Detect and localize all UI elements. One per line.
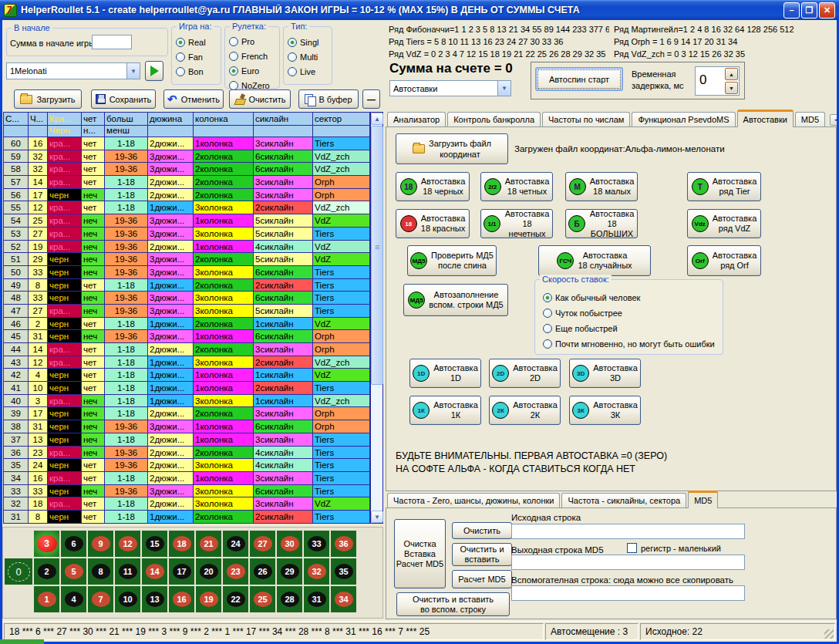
table-row[interactable]: 5129черннеч19-363дюжи...2колонка5сиклайн… (4, 253, 370, 266)
source-string-input[interactable] (511, 524, 745, 539)
autospin-start-button[interactable]: Автоспин старт (535, 67, 623, 91)
out-string-input[interactable] (511, 555, 745, 570)
autobet-3k[interactable]: 3КАвтоставка3К (569, 396, 641, 425)
bets-combobox[interactable]: Автоставки ▼ (389, 80, 511, 96)
autobet-18-even[interactable]: 2/2Автоставка18 четных (480, 172, 553, 201)
resize-grip[interactable] (824, 629, 834, 639)
delay-spinner[interactable]: 0 ▲ ▼ (695, 66, 740, 96)
radio-speed-почти-мгновенно-но-могут-быть-ошибки[interactable]: Почти мгновенно, но могут быть ошибки (543, 336, 715, 351)
table-header-cell[interactable]: Ч... (29, 113, 48, 126)
board-number-21[interactable]: 21 (196, 531, 221, 557)
table-row[interactable]: 4312кра...чет1-181дюжи...3колонка2сиклай… (4, 356, 370, 369)
board-number-1[interactable]: 1 (34, 586, 59, 612)
tab-автоставки[interactable]: Автоставки (737, 110, 794, 127)
autobet-18-red[interactable]: 18Автоставка18 красных (396, 209, 470, 238)
board-number-29[interactable]: 29 (277, 558, 302, 585)
md5-clear-paste-aux-button[interactable]: Очистить и вставитьво вспом. строку (396, 592, 510, 616)
table-row[interactable]: 4414кра...чет1-182дюжи...2колонка3сиклай… (4, 343, 370, 356)
board-number-9[interactable]: 9 (88, 531, 113, 557)
table-header-cell[interactable]: С... (4, 113, 29, 126)
board-number-36[interactable]: 36 (331, 531, 356, 557)
table-row[interactable]: 5219кра...неч19-362дюжи...1колонка4сикла… (4, 241, 370, 254)
table-header-cell[interactable]: колонка (194, 113, 254, 126)
to-buffer-button[interactable]: В буфер (298, 89, 359, 109)
board-number-15[interactable]: 15 (142, 531, 167, 557)
spinner-down-icon[interactable]: ▼ (725, 82, 738, 94)
radio-type-singl[interactable]: Singl (288, 35, 318, 49)
table-row[interactable]: 5932кра...чет19-363дюжи...2колонка6сикла… (4, 150, 370, 164)
play-button[interactable] (145, 61, 163, 81)
board-number-34[interactable]: 34 (331, 586, 356, 612)
board-number-16[interactable]: 16 (169, 586, 194, 612)
table-row[interactable]: 3524чернчет19-362дюжи...3колонка4сиклайн… (4, 459, 370, 472)
autobet-1d[interactable]: 1DАвтоставка1D (409, 359, 481, 388)
table-row[interactable]: 5425кра...неч19-363дюжи...1колонка5сикла… (4, 214, 370, 228)
start-sum-input[interactable] (92, 35, 132, 49)
undo-button[interactable]: ↶ Отменить (163, 89, 224, 109)
md5-clear-paste-button[interactable]: Очистить ивставить (452, 543, 512, 566)
table-row[interactable]: 4110чернчет1-181дюжи...1колонка2сиклайнT… (4, 382, 370, 395)
scroll-down-icon[interactable]: ▼ (371, 511, 383, 523)
table-row[interactable]: 4833черннеч19-363дюжи...3колонка6сиклайн… (4, 292, 370, 305)
radio-roulette-pro[interactable]: Pro (229, 34, 270, 49)
table-header-cell[interactable]: сектор (313, 113, 370, 126)
board-number-12[interactable]: 12 (115, 531, 140, 557)
table-header-cell[interactable]: дюжина (148, 113, 194, 126)
autofill-md5-aux[interactable]: МД5Автозаполнениевспом. строки МД5 (403, 284, 508, 316)
autobet-18-odd[interactable]: 1/1Автоставка18 нечетных (480, 209, 553, 238)
radio-game-bon[interactable]: Bon (176, 64, 206, 79)
table-row[interactable]: 5033черннеч19-363дюжи...3колонка6сиклайн… (4, 266, 370, 279)
board-number-2[interactable]: 2 (34, 558, 59, 585)
table-row[interactable]: 5832кра...чет19-363дюжи...2колонка6сикла… (4, 163, 370, 176)
scrollbar-thumb[interactable] (371, 126, 383, 385)
save-button[interactable]: Сохранить (91, 89, 156, 109)
minimize-button[interactable]: – (783, 2, 800, 19)
tab-функционал-psevdoms[interactable]: Функционал PsevdoMS (632, 112, 735, 127)
clear-paste-calc-button[interactable]: Очистка Вставка Расчет MD5 (394, 519, 446, 588)
board-number-25[interactable]: 25 (250, 586, 275, 612)
table-header-cell[interactable] (254, 126, 313, 137)
table-header-cell[interactable]: менш (105, 126, 148, 137)
board-number-3[interactable]: 3 (34, 531, 59, 557)
table-row[interactable]: 4727кра...неч19-363дюжи...3колонка5сикла… (4, 305, 370, 318)
autobet-orf-row[interactable]: OrfАвтоставкаряд Orf (687, 245, 761, 276)
board-number-14[interactable]: 14 (142, 558, 167, 585)
board-number-17[interactable]: 17 (169, 558, 194, 585)
autobet-18-big[interactable]: БАвтоставка18 БОЛЬШИХ (565, 209, 638, 238)
autobet-18-small[interactable]: МАвтоставка18 малых (565, 172, 638, 201)
checkbox-icon[interactable] (627, 543, 637, 553)
board-number-33[interactable]: 33 (304, 531, 329, 557)
load-button[interactable]: Загрузить (14, 89, 82, 109)
table-row[interactable]: 3917черннеч1-182дюжи...2колонка3сиклайнO… (4, 407, 370, 420)
board-number-18[interactable]: 18 (169, 531, 194, 557)
radio-roulette-french[interactable]: French (229, 49, 270, 63)
table-row[interactable]: 3831черннеч19-363дюжи...1колонка6сиклайн… (4, 420, 370, 433)
board-number-13[interactable]: 13 (142, 586, 167, 612)
tab-частота-zero-шансы-дюжины-колонки[interactable]: Частота - Zero, шансы, дюжины, колонки (387, 493, 560, 508)
register-checkbox[interactable]: регистр - маленький (627, 543, 721, 553)
table-row[interactable]: 403кра...неч1-181дюжи...3колонка1сиклайн… (4, 395, 370, 408)
table-row[interactable]: 3333черннеч19-363дюжи...3колонка6сиклайн… (4, 485, 370, 498)
board-number-11[interactable]: 11 (115, 558, 140, 585)
autobet-vdz-row[interactable]: VdzАвтоставкаряд VdZ (687, 209, 761, 238)
table-row[interactable]: 5512кра...чет1-181дюжи...3колонка2сиклай… (4, 201, 370, 214)
board-number-30[interactable]: 30 (277, 531, 302, 557)
chevron-down-icon[interactable]: ▼ (497, 81, 510, 96)
board-number-22[interactable]: 22 (223, 586, 248, 612)
tab-анализатор[interactable]: Анализатор (387, 112, 446, 127)
board-number-4[interactable]: 4 (61, 586, 86, 612)
table-row[interactable]: 4531черннеч19-363дюжи...1колонка6сиклайн… (4, 330, 370, 343)
table-row[interactable]: 6016кра...чет1-182дюжи...1колонка3сиклай… (4, 137, 370, 150)
chevron-down-icon[interactable]: ▼ (126, 63, 140, 79)
tab-контроль-банкролла[interactable]: Контроль банкролла (447, 112, 541, 127)
tab-частоты-по-числам[interactable]: Частоты по числам (542, 112, 630, 127)
tab-частота-сиклайны-сектора[interactable]: Частота - сиклайны, сектора (561, 493, 686, 508)
board-number-19[interactable]: 19 (196, 586, 221, 612)
table-header-cell[interactable] (194, 126, 254, 137)
table-row[interactable]: 5327кра...неч19-363дюжи...3колонка5сикла… (4, 228, 370, 241)
maximize-button[interactable]: ❐ (801, 2, 817, 19)
radio-speed-как-обычный-человек[interactable]: Как обычный человек (543, 290, 715, 305)
md5-calc-button[interactable]: Расчет MD5 (452, 570, 512, 588)
table-header-cell[interactable] (148, 126, 194, 137)
autobet-18-black[interactable]: 18Автоставка18 черных (396, 172, 470, 201)
